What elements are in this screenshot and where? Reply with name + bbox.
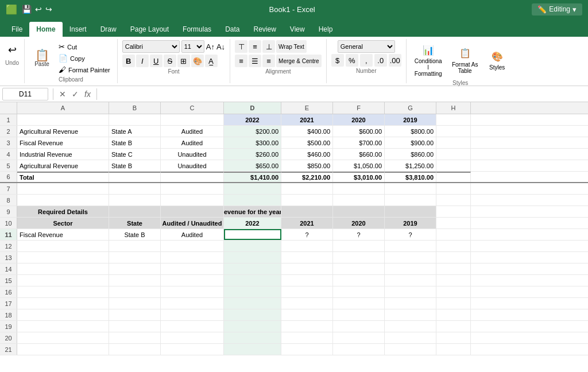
cell-f4[interactable]: $660.00 — [333, 149, 385, 160]
corner-cell[interactable] — [0, 102, 17, 114]
cell-a10[interactable]: Sector — [17, 218, 109, 228]
cell-g12[interactable] — [385, 241, 436, 251]
cell-b1[interactable] — [109, 114, 161, 125]
cell-a1[interactable] — [17, 114, 109, 125]
editing-indicator[interactable]: ✏️ Editing ▾ — [532, 3, 582, 16]
col-header-c[interactable]: C — [161, 102, 224, 114]
cell-f11[interactable]: ? — [333, 229, 385, 240]
cell-a11[interactable]: Fiscal Revenue — [17, 229, 109, 240]
tab-view[interactable]: View — [283, 22, 312, 37]
increase-decimal-button[interactable]: .0 — [374, 54, 387, 67]
cell-b4[interactable]: State C — [109, 149, 161, 160]
tab-review[interactable]: Review — [246, 22, 283, 37]
font-size-select[interactable]: 11 — [181, 40, 204, 53]
cell-a3[interactable]: Fiscal Revenue — [17, 137, 109, 148]
tab-data[interactable]: Data — [218, 22, 246, 37]
cell-c9[interactable] — [161, 206, 224, 217]
font-name-select[interactable]: Calibri — [122, 40, 180, 53]
decrease-font-button[interactable]: A↓ — [216, 42, 225, 51]
redo-icon-title[interactable]: ↪ — [45, 5, 52, 14]
row-header-3[interactable]: 3 — [0, 137, 17, 148]
cell-e12[interactable] — [281, 241, 333, 251]
cancel-formula-button[interactable]: ✕ — [58, 88, 67, 100]
font-color-button[interactable]: A̲ — [205, 55, 218, 67]
cell-d10[interactable]: 2022 — [224, 218, 281, 228]
wrap-text-button[interactable]: Wrap Text — [276, 40, 307, 53]
name-box[interactable] — [2, 88, 48, 100]
cell-d12[interactable] — [224, 241, 281, 251]
cell-h4[interactable] — [436, 149, 471, 160]
fill-color-button[interactable]: 🎨 — [191, 55, 204, 67]
col-header-e[interactable]: E — [281, 102, 333, 114]
thousands-button[interactable]: % — [346, 54, 358, 67]
cell-b9[interactable] — [109, 206, 161, 217]
cell-h6[interactable] — [436, 172, 471, 182]
borders-button[interactable]: ⊞ — [177, 55, 190, 67]
col-header-a[interactable]: A — [17, 102, 109, 114]
cell-c4[interactable]: Unaudited — [161, 149, 224, 160]
underline-button[interactable]: U — [150, 55, 163, 67]
number-format-select[interactable]: General Number Currency — [338, 40, 395, 53]
cell-f3[interactable]: $700.00 — [333, 137, 385, 148]
cell-h2[interactable] — [436, 126, 471, 137]
cell-c12[interactable] — [161, 241, 224, 251]
cell-e2[interactable]: $400.00 — [281, 126, 333, 137]
cell-e10[interactable]: 2021 — [281, 218, 333, 228]
cell-g2[interactable]: $800.00 — [385, 126, 436, 137]
cell-c8[interactable] — [161, 195, 224, 206]
row-header-7[interactable]: 7 — [0, 183, 17, 194]
row-header-20[interactable]: 20 — [0, 332, 17, 343]
cell-h3[interactable] — [436, 137, 471, 148]
cell-a2[interactable]: Agricultural Revenue — [17, 126, 109, 137]
cell-h8[interactable] — [436, 195, 471, 206]
row-header-2[interactable]: 2 — [0, 126, 17, 137]
formula-input[interactable] — [102, 88, 586, 100]
cell-b5[interactable]: State B — [109, 160, 161, 171]
cell-d1[interactable]: 2022 — [224, 114, 281, 125]
cell-d7[interactable] — [224, 183, 281, 194]
cell-d5[interactable]: $650.00 — [224, 160, 281, 171]
bold-button[interactable]: B — [122, 55, 135, 67]
merge-center-button[interactable]: Merge & Centre — [276, 55, 322, 67]
cell-g1[interactable]: 2019 — [385, 114, 436, 125]
cell-f7[interactable] — [333, 183, 385, 194]
row-header-21[interactable]: 21 — [0, 344, 17, 355]
tab-file[interactable]: File — [5, 22, 29, 37]
row-header-11[interactable]: 11 — [0, 229, 17, 240]
cell-h1[interactable] — [436, 114, 471, 125]
cell-styles-button[interactable]: 🎨 Styles — [485, 46, 510, 72]
cell-a4[interactable]: Industrial Revenue — [17, 149, 109, 160]
save-icon[interactable]: 💾 — [22, 5, 32, 14]
row-header-16[interactable]: 16 — [0, 286, 17, 297]
cell-f1[interactable]: 2020 — [333, 114, 385, 125]
cell-b2[interactable]: State A — [109, 126, 161, 137]
col-header-b[interactable]: B — [109, 102, 161, 114]
cell-a9[interactable]: Required Details — [17, 206, 109, 217]
cell-a12[interactable] — [17, 241, 109, 251]
cell-e1[interactable]: 2021 — [281, 114, 333, 125]
align-bottom-button[interactable]: ⊥ — [262, 40, 275, 53]
cell-d4[interactable]: $260.00 — [224, 149, 281, 160]
cell-b10[interactable]: State — [109, 218, 161, 228]
col-header-g[interactable]: G — [385, 102, 436, 114]
copy-button[interactable]: 📄 Copy — [56, 53, 113, 64]
cell-e3[interactable]: $500.00 — [281, 137, 333, 148]
cell-b3[interactable]: State B — [109, 137, 161, 148]
tab-pagelayout[interactable]: Page Layout — [123, 22, 176, 37]
cell-a7[interactable] — [17, 183, 109, 194]
cell-d11[interactable] — [224, 229, 281, 240]
format-painter-button[interactable]: 🖌 Format Painter — [56, 64, 113, 75]
cut-button[interactable]: ✂ Cut — [56, 41, 113, 52]
row-header-19[interactable]: 19 — [0, 321, 17, 332]
percent-button[interactable]: $ — [331, 54, 344, 67]
cell-b11[interactable]: State B — [109, 229, 161, 240]
cell-f9[interactable] — [333, 206, 385, 217]
cell-e8[interactable] — [281, 195, 333, 206]
cell-g4[interactable]: $860.00 — [385, 149, 436, 160]
row-header-6[interactable]: 6 — [0, 172, 17, 182]
cell-c5[interactable]: Unaudited — [161, 160, 224, 171]
col-header-d[interactable]: D — [224, 102, 281, 114]
cell-e9[interactable] — [281, 206, 333, 217]
cell-b8[interactable] — [109, 195, 161, 206]
cell-g11[interactable]: ? — [385, 229, 436, 240]
